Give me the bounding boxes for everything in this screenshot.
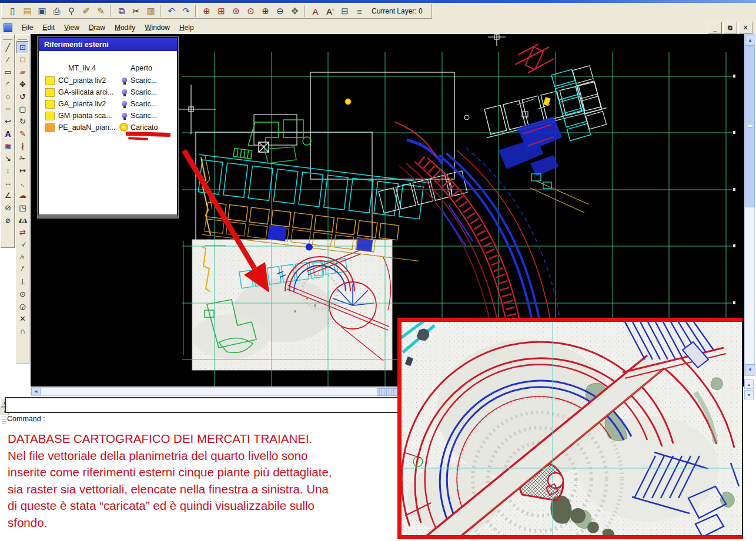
caption-line: Nel file vettoriale della planimetria de… — [8, 448, 399, 465]
detail-inset — [397, 318, 743, 539]
xref-row[interactable]: CC_pianta liv2Scaric... — [39, 75, 177, 87]
arc-icon[interactable]: ◜ — [2, 78, 14, 90]
extend-icon[interactable]: ↦ — [16, 164, 29, 177]
xref-row[interactable]: GA_pianta liv2Scaric... — [39, 99, 177, 110]
redo-icon[interactable]: ↷ — [179, 4, 193, 18]
zoom-out-icon[interactable]: ⊖ — [273, 4, 287, 18]
command-input[interactable] — [5, 397, 403, 413]
menu-draw[interactable]: Draw — [84, 22, 110, 33]
construction-line-icon[interactable]: ⁄ — [2, 53, 14, 66]
command-window-grip[interactable] — [2, 416, 6, 424]
dim-style-icon[interactable]: A — [308, 4, 323, 18]
zoom-previous-icon[interactable]: ⊙ — [243, 4, 258, 18]
text-style-icon[interactable]: Aʹ — [323, 4, 337, 18]
caption-text: DATABASE CARTOGRAFICO DEI MERCATI TRAIAN… — [8, 431, 399, 531]
xref-dialog: Riferimenti esterni MT_liv 4 Aperto CC_p… — [38, 37, 178, 218]
pen-settings-icon[interactable]: ✎ — [93, 4, 108, 18]
save-icon[interactable]: ▣ — [35, 4, 49, 18]
print-icon[interactable]: ⎙ — [49, 4, 64, 18]
mini-scroll-down-icon[interactable]: ▼ — [744, 390, 754, 399]
restore-button[interactable]: ⧉ — [723, 22, 737, 34]
xref-row[interactable]: GA-silicata arci...Scaric... — [39, 87, 177, 99]
dim-linear-icon[interactable]: ↔ — [2, 177, 14, 189]
close-button[interactable]: ✕ — [738, 22, 752, 34]
rotate-copy-icon[interactable]: ↺ — [16, 90, 29, 103]
dim-angular-icon[interactable]: ∠ — [2, 189, 14, 201]
menu-help[interactable]: Help — [175, 22, 199, 33]
snap-quadrant-icon[interactable]: ◶ — [16, 300, 29, 312]
menu-window[interactable]: Window — [140, 22, 175, 33]
vertical-scroll-thumb[interactable] — [745, 46, 755, 207]
mini-scroll-buttons: ▲ ▼ — [744, 379, 754, 399]
print-preview-icon[interactable]: ⚲ — [64, 4, 79, 18]
menu-edit[interactable]: Edit — [38, 22, 59, 33]
toolbar-grip[interactable] — [18, 36, 27, 40]
caption-line: sia raster sia vettoriali, elencate nell… — [8, 481, 399, 498]
snap-midpoint-icon[interactable]: ⁄˚ — [16, 263, 29, 275]
fillet-icon[interactable]: ◟ — [16, 177, 29, 189]
rectangle-tool-icon[interactable]: □ — [16, 53, 29, 66]
rotate-icon[interactable]: ↻ — [16, 115, 29, 127]
paste-icon[interactable]: ▥ — [143, 4, 158, 18]
line-icon[interactable]: ╱ — [2, 41, 14, 53]
horizontal-scrollbar[interactable]: ◄ — [31, 387, 403, 396]
xref-status: Scaric... — [131, 76, 157, 85]
mirror-icon[interactable]: ◭◮ — [16, 214, 29, 226]
snap-center-icon[interactable]: ⊙ — [16, 288, 29, 300]
zoom-dynamic-icon[interactable]: ⊛ — [229, 4, 243, 18]
dim-diameter-icon[interactable]: ⌀ — [2, 214, 14, 226]
dim-radius-icon[interactable]: ⊘ — [2, 201, 14, 214]
cut-icon[interactable]: ✂ — [129, 4, 143, 18]
snap-perpendicular-icon[interactable]: ⊥ — [16, 275, 29, 288]
eraser-icon[interactable]: ▰ — [16, 66, 29, 78]
toolbar-grip[interactable] — [3, 36, 12, 40]
document-window-icon[interactable] — [4, 23, 12, 32]
snap-endpoint-icon[interactable]: ⁄∘ — [16, 251, 29, 263]
snap-nearest-icon[interactable]: ∘⁄ — [16, 238, 29, 251]
paintbrush-icon[interactable]: ✎ — [16, 127, 29, 140]
ellipse-icon[interactable]: ○ — [2, 103, 14, 115]
menu-file[interactable]: File — [17, 22, 38, 33]
revision-icon[interactable]: ↩ — [2, 115, 14, 127]
trim-icon[interactable]: ✁ — [16, 152, 29, 164]
revcloud-icon[interactable]: ☁ — [16, 189, 29, 201]
vertical-scrollbar[interactable]: ▲ ▼ — [744, 34, 755, 376]
snap-intersection-icon[interactable]: ✕ — [16, 312, 29, 325]
break-icon[interactable]: ∤ — [16, 140, 29, 152]
zoom-realtime-icon[interactable]: ⊕ — [199, 4, 214, 18]
xref-row[interactable]: GM-pianta sca...Scaric... — [39, 110, 177, 122]
dim-aligned-icon[interactable]: ↘ — [2, 152, 14, 164]
undo-icon[interactable]: ↶ — [164, 4, 179, 18]
dim-vertical-icon[interactable]: ↕ — [2, 164, 14, 177]
zoom-in-icon[interactable]: ⊕ — [258, 4, 273, 18]
pan-icon[interactable]: ✥ — [287, 4, 302, 18]
select-window-icon[interactable]: ⊡ — [16, 41, 29, 53]
scroll-left-icon[interactable]: ◄ — [31, 388, 41, 395]
open-folder-icon[interactable]: ▤ — [20, 4, 35, 18]
rectangle-icon[interactable]: ▭ — [2, 66, 14, 78]
menu-modify[interactable]: Modify — [110, 22, 140, 33]
scale-icon[interactable]: ◳ — [16, 201, 29, 214]
pen-calibrate-icon[interactable]: ✐ — [79, 4, 93, 18]
command-prompt: Command : — [7, 415, 45, 423]
sketch-icon[interactable]: ≋ — [2, 140, 14, 152]
mini-scroll-up-icon[interactable]: ▲ — [744, 379, 754, 389]
properties-icon[interactable]: ⊟ — [337, 4, 352, 18]
scroll-up-icon[interactable]: ▲ — [745, 35, 755, 46]
bulb-icon — [122, 89, 127, 95]
layers-icon[interactable]: ≡ — [352, 4, 367, 18]
circle-icon[interactable]: ○ — [2, 90, 14, 103]
offset-icon[interactable]: ⇄ — [16, 226, 29, 238]
scroll-down-icon[interactable]: ▼ — [745, 364, 755, 375]
selection-box-icon[interactable]: ▢ — [16, 103, 29, 115]
move-icon[interactable]: ✥ — [16, 78, 29, 90]
copy-icon[interactable]: ⧉ — [114, 4, 129, 18]
zoom-window-icon[interactable]: ⊞ — [214, 4, 229, 18]
xref-dialog-titlebar[interactable]: Riferimenti esterni — [39, 38, 177, 51]
menu-view[interactable]: View — [59, 22, 84, 33]
text-icon[interactable]: A — [2, 127, 14, 140]
snap-magnet-icon[interactable]: ∩ — [16, 325, 29, 337]
new-file-icon[interactable]: ▯ — [5, 4, 20, 18]
xref-status: Scaric... — [131, 88, 157, 96]
minimize-button[interactable]: _ — [708, 22, 722, 34]
